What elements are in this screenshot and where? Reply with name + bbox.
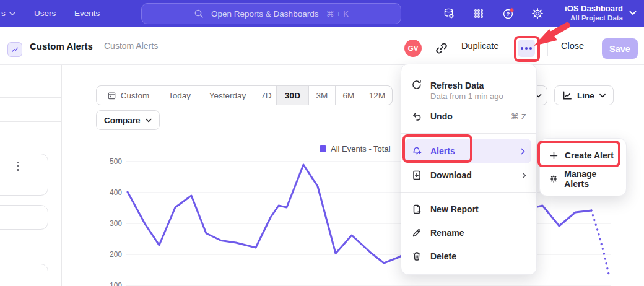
report-type-icon [7,42,22,57]
alerts-submenu: Create Alert Manage Alerts [539,138,627,196]
project-name: iOS Dashboard [565,3,623,14]
menu-item-alerts[interactable]: Alerts [405,139,531,163]
menu-item-download[interactable]: Download [401,163,536,187]
tab-12m[interactable]: 12M [362,86,392,105]
data-management-icon[interactable] [442,7,456,20]
menu-item-label: Refresh Data [430,80,484,90]
tab-label: 6M [343,91,355,100]
legend-swatch [320,145,326,152]
pencil-icon [411,227,422,238]
tab-label: 3M [316,91,328,100]
menu-item-label: New Report [430,204,479,214]
nav-item-partial[interactable]: s [1,0,15,27]
tab-7d[interactable]: 7D [256,86,276,105]
duplicate-button[interactable]: Duplicate [461,27,498,65]
tab-custom[interactable]: Custom [97,86,160,105]
sidebar-divider [61,65,62,286]
submenu-item-label: Manage Alerts [564,169,617,189]
plus-icon [549,151,559,160]
tab-3m[interactable]: 3M [308,86,335,105]
nav-item-events[interactable]: Events [74,0,100,27]
date-range-tabbar: Custom Today Yesterday 7D 30D 3M 6M 12M [96,85,393,105]
download-icon [411,170,422,181]
nav-item-users[interactable]: Users [34,0,56,27]
menu-item-label: Rename [430,228,464,238]
chart-type-label: Line [577,91,594,100]
header-divider [547,41,548,56]
tab-label: 7D [261,91,271,100]
project-selector[interactable]: iOS Dashboard All Project Data [565,3,623,23]
menu-item-refresh-data[interactable]: Refresh Data [401,71,536,90]
menu-divider [401,133,536,134]
global-search-input[interactable]: Open Reports & Dashboards ⌘ + K [141,3,401,24]
search-placeholder: Open Reports & Dashboards [211,9,318,19]
sidebar-card[interactable] [0,264,48,286]
menu-item-label: Download [430,170,472,180]
chevron-down-icon [146,118,152,123]
calendar-icon [107,91,116,100]
menu-item-undo[interactable]: Undo ⌘ Z [401,105,536,128]
svg-text:200: 200 [110,250,122,259]
menu-item-label: Alerts [430,146,455,156]
top-navigation-bar: s Users Events Open Reports & Dashboards… [0,0,644,27]
tab-6m[interactable]: 6M [335,86,362,105]
compare-button[interactable]: Compare [96,110,160,130]
close-button[interactable]: Close [561,27,584,65]
kebab-menu-icon[interactable] [17,162,19,171]
svg-text:400: 400 [110,188,122,197]
chevron-down-icon [599,93,606,98]
tab-label: 12M [369,91,385,100]
nav-partial-label: s [1,0,6,27]
svg-text:?: ? [507,11,510,17]
search-icon [194,9,204,19]
tab-today[interactable]: Today [160,86,199,105]
svg-text:300: 300 [110,219,122,228]
menu-item-shortcut: ⌘ Z [511,111,527,121]
settings-gear-icon[interactable] [531,7,544,20]
menu-item-new-report[interactable]: New Report [401,197,536,221]
save-button[interactable]: Save [602,38,638,59]
sidebar-section-divider [0,121,61,122]
refresh-icon [411,79,422,90]
avatar[interactable]: GV [404,40,422,57]
submenu-item-create-alert[interactable]: Create Alert [540,144,626,167]
menu-item-label: Delete [430,251,456,261]
compare-label: Compare [104,116,141,125]
submenu-item-manage-alerts[interactable]: Manage Alerts [540,167,626,191]
undo-icon [411,111,422,122]
menu-item-rename[interactable]: Rename [401,221,536,245]
svg-text:500: 500 [110,157,122,166]
breadcrumb: Custom Alerts [104,27,158,65]
chart-legend: All Events - Total [320,144,391,154]
tab-yesterday[interactable]: Yesterday [199,86,256,105]
sidebar-card[interactable] [0,154,48,196]
tab-label: 30D [285,91,300,100]
chevron-down-icon [629,11,637,15]
page-title: Custom Alerts [30,27,93,65]
line-chart-icon [562,90,572,100]
chevron-right-icon [521,148,525,155]
sidebar-section-divider [0,97,61,98]
sidebar-card[interactable] [0,205,48,230]
search-shortcut: ⌘ + K [326,9,349,19]
copy-link-icon[interactable] [435,41,448,55]
project-scope: All Project Data [565,14,623,23]
legend-label: All Events - Total [331,144,391,154]
tab-label: Custom [121,91,150,100]
chart-type-button[interactable]: Line [554,85,614,105]
tab-30d[interactable]: 30D [276,86,308,105]
alert-bell-plus-icon [411,145,422,157]
help-icon[interactable]: ? [502,7,515,20]
new-report-icon [411,204,422,215]
menu-divider [401,192,536,193]
submenu-item-label: Create Alert [565,150,614,160]
trash-icon [411,251,422,262]
svg-text:100: 100 [110,281,122,286]
more-options-button[interactable] [518,40,535,57]
tab-label: Today [168,91,191,100]
tab-label: Yesterday [209,91,246,100]
menu-item-delete[interactable]: Delete [401,245,536,268]
gear-icon [549,174,558,184]
apps-grid-icon[interactable] [472,7,485,20]
menu-item-label: Undo [430,111,453,121]
